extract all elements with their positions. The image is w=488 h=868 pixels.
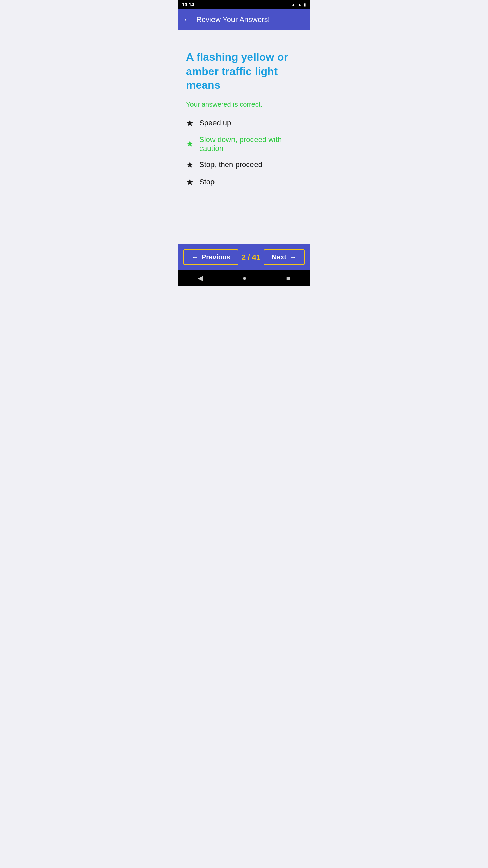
answer-status: Your answered is correct.: [186, 101, 302, 108]
page-indicator: 2 / 41: [242, 253, 260, 262]
signal-icon: ▲: [298, 2, 302, 7]
recents-nav-icon[interactable]: ■: [286, 274, 290, 282]
star-icon-1: ★: [186, 118, 194, 129]
next-label: Next: [272, 253, 286, 261]
option-text-2: Slow down, proceed with caution: [199, 135, 302, 153]
star-icon-4: ★: [186, 177, 194, 188]
option-item: ★ Stop: [186, 177, 302, 188]
footer-nav: ← Previous 2 / 41 Next →: [178, 244, 310, 270]
option-text-1: Speed up: [199, 119, 231, 127]
option-text-3: Stop, then proceed: [199, 160, 262, 169]
system-nav: ◀ ● ■: [178, 270, 310, 286]
back-nav-icon[interactable]: ◀: [198, 274, 203, 282]
battery-icon: ▮: [304, 2, 306, 7]
options-list: ★ Speed up ★ Slow down, proceed with cau…: [186, 118, 302, 188]
question-text: A flashing yellow or amber traffic light…: [186, 50, 302, 93]
back-button[interactable]: ←: [183, 15, 191, 24]
previous-label: Previous: [202, 253, 230, 261]
option-item-correct: ★ Slow down, proceed with caution: [186, 135, 302, 153]
option-item: ★ Speed up: [186, 118, 302, 129]
star-icon-3: ★: [186, 160, 194, 170]
header: ← Review Your Answers!: [178, 9, 310, 30]
status-time: 10:14: [182, 2, 194, 7]
header-title: Review Your Answers!: [196, 15, 270, 24]
star-icon-2: ★: [186, 139, 194, 149]
previous-button[interactable]: ← Previous: [183, 249, 238, 265]
home-nav-icon[interactable]: ●: [242, 274, 246, 282]
previous-arrow-icon: ←: [191, 253, 198, 261]
option-item: ★ Stop, then proceed: [186, 160, 302, 170]
status-icons: ▲ ▲ ▮: [291, 2, 306, 7]
option-text-4: Stop: [199, 178, 215, 186]
main-content: A flashing yellow or amber traffic light…: [178, 30, 310, 244]
wifi-icon: ▲: [291, 2, 296, 7]
next-button[interactable]: Next →: [264, 249, 305, 265]
next-arrow-icon: →: [290, 253, 297, 261]
status-bar: 10:14 ▲ ▲ ▮: [178, 0, 310, 9]
